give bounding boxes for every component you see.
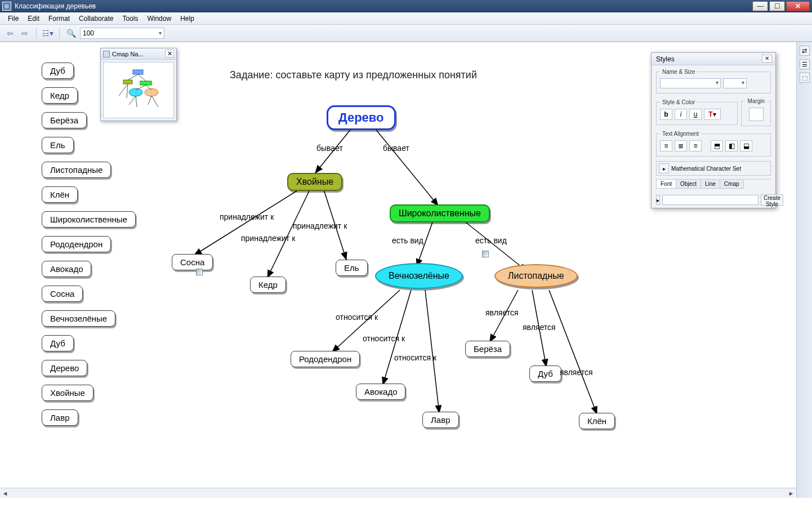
parked-concept[interactable]: Берёза <box>42 112 87 128</box>
link-yavlyaetsya[interactable]: является <box>560 368 593 377</box>
font-name-select[interactable] <box>660 78 721 88</box>
link-estvid[interactable]: есть вид <box>475 236 507 245</box>
zoom-select[interactable]: 100 <box>80 28 164 39</box>
strip-btn-1[interactable]: ⇄ <box>800 46 810 56</box>
link-yavlyaetsya[interactable]: является <box>523 323 556 332</box>
link-prinadlezhit[interactable]: принадлежит к <box>220 212 274 221</box>
parked-concept[interactable]: Дерево <box>42 360 87 376</box>
tab-line[interactable]: Line <box>701 180 720 189</box>
link-estvid[interactable]: есть вид <box>392 236 423 245</box>
font-size-select[interactable] <box>723 78 747 88</box>
link-otnositsya[interactable]: относится к <box>336 313 378 322</box>
parked-concept[interactable]: Сосна <box>42 286 83 302</box>
node-el[interactable]: Ель <box>336 260 368 276</box>
valign-bottom-button[interactable]: ⬓ <box>740 140 752 151</box>
scroll-left-button[interactable]: ◄ <box>0 489 10 498</box>
node-lavr[interactable]: Лавр <box>422 412 459 428</box>
align-right-button[interactable]: ≡ <box>689 140 702 151</box>
back-button[interactable]: ⇦ <box>5 28 16 39</box>
parked-concept[interactable]: Авокадо <box>42 261 91 277</box>
italic-button[interactable]: i <box>675 109 687 120</box>
node-bereza[interactable]: Берёза <box>465 341 510 357</box>
link-otnositsya[interactable]: относится к <box>363 334 405 343</box>
math-charset-row[interactable]: ▸ Mathematical Character Set <box>656 161 771 176</box>
parked-concept[interactable]: Вечнозелёные <box>42 310 115 327</box>
parked-concept[interactable]: Лавр <box>42 409 78 426</box>
link-otnositsya[interactable]: относится к <box>394 353 436 362</box>
node-vechnozelenye[interactable]: Вечнозелёные <box>375 263 463 289</box>
menu-file[interactable]: File <box>3 14 23 24</box>
navigator-panel[interactable]: Cmap Na... ✕ <box>100 48 177 121</box>
expand-footer-button[interactable]: ▸ <box>656 195 660 205</box>
parked-concept[interactable]: Широколиственные <box>42 211 136 228</box>
tab-object[interactable]: Object <box>676 180 701 189</box>
canvas[interactable]: Дуб Кедр Берёза Ель Листопадные Клён Шир… <box>0 42 796 498</box>
text-color-button[interactable]: T▾ <box>704 109 721 120</box>
resource-icon[interactable] <box>196 269 203 275</box>
node-root[interactable]: Дерево <box>327 105 396 130</box>
styles-panel[interactable]: Styles ✕ Name & Size Style & Color b <box>651 52 776 208</box>
align-center-button[interactable]: ≣ <box>675 140 687 151</box>
align-left-button[interactable]: ≡ <box>660 140 672 151</box>
strip-btn-2[interactable]: ☰ <box>800 59 810 69</box>
zoom-icon[interactable]: 🔍 <box>65 28 77 39</box>
parked-concept[interactable]: Ель <box>42 137 74 153</box>
node-klen[interactable]: Клён <box>579 413 615 429</box>
strip-btn-3[interactable]: ⬚ <box>800 73 810 83</box>
link-prinadlezhit[interactable]: принадлежит к <box>241 234 295 243</box>
menu-window[interactable]: Window <box>142 14 176 24</box>
valign-top-button[interactable]: ⬒ <box>711 140 723 151</box>
parked-concept[interactable]: Кедр <box>42 87 78 104</box>
parked-concept[interactable]: Хвойные <box>42 385 93 401</box>
minimize-button[interactable]: — <box>752 1 768 11</box>
bold-button[interactable]: b <box>660 109 672 120</box>
close-button[interactable]: ✕ <box>786 1 810 11</box>
create-style-button[interactable]: Create Style <box>761 194 783 206</box>
style-name-input[interactable] <box>662 195 759 205</box>
parked-concept[interactable]: Дуб <box>42 63 74 79</box>
scroll-right-button[interactable]: ► <box>786 489 796 498</box>
node-shirokolistvennye[interactable]: Широколиственные <box>390 204 490 222</box>
resource-icon[interactable] <box>482 251 489 257</box>
svg-point-16 <box>129 88 142 96</box>
forward-button[interactable]: ⇨ <box>19 28 30 39</box>
horizontal-scrollbar[interactable]: ◄ ► <box>0 488 796 498</box>
node-hvoinye[interactable]: Хвойные <box>287 173 342 191</box>
node-dub[interactable]: Дуб <box>529 366 561 382</box>
legend-margin: Margin <box>745 98 767 104</box>
menu-format[interactable]: Format <box>44 14 74 24</box>
navigator-title: Cmap Na... <box>112 51 144 57</box>
navigator-thumbnail[interactable] <box>103 62 174 118</box>
link-byvaet[interactable]: бывает <box>383 144 409 153</box>
link-byvaet[interactable]: бывает <box>316 144 343 153</box>
node-listopadnye[interactable]: Листопадные <box>494 264 578 288</box>
right-tool-strip: ⇄ ☰ ⬚ <box>796 42 812 498</box>
valign-middle-button[interactable]: ◧ <box>725 140 738 151</box>
expand-icon[interactable]: ▸ <box>659 163 669 173</box>
tab-font[interactable]: Font <box>656 180 676 189</box>
parked-concept[interactable]: Листопадные <box>42 162 111 178</box>
link-yavlyaetsya[interactable]: является <box>485 308 519 317</box>
parked-concept[interactable]: Дуб <box>42 335 74 351</box>
navigator-title-bar[interactable]: Cmap Na... ✕ <box>101 48 176 60</box>
styles-close-button[interactable]: ✕ <box>762 55 772 63</box>
maximize-button[interactable]: ☐ <box>769 1 785 11</box>
link-prinadlezhit[interactable]: принадлежит к <box>293 221 347 230</box>
parked-concept[interactable]: Рододендрон <box>42 236 111 252</box>
node-rododendron[interactable]: Рододендрон <box>291 351 360 367</box>
node-avokado[interactable]: Авокадо <box>356 384 405 400</box>
menu-collaborate[interactable]: Collaborate <box>74 14 118 24</box>
parked-concept[interactable]: Клён <box>42 186 78 203</box>
layout-button[interactable]: ☷▾ <box>42 28 53 39</box>
node-sosna[interactable]: Сосна <box>172 254 213 270</box>
menu-tools[interactable]: Tools <box>118 14 142 24</box>
styles-title-bar[interactable]: Styles ✕ <box>652 53 775 65</box>
window-buttons: — ☐ ✕ <box>752 1 810 11</box>
node-kedr[interactable]: Кедр <box>250 277 286 293</box>
tab-cmap[interactable]: Cmap <box>720 180 744 189</box>
navigator-close-button[interactable]: ✕ <box>165 50 174 57</box>
menu-edit[interactable]: Edit <box>23 14 44 24</box>
underline-button[interactable]: u <box>689 109 702 120</box>
margin-button[interactable] <box>749 108 764 121</box>
menu-help[interactable]: Help <box>176 14 199 24</box>
